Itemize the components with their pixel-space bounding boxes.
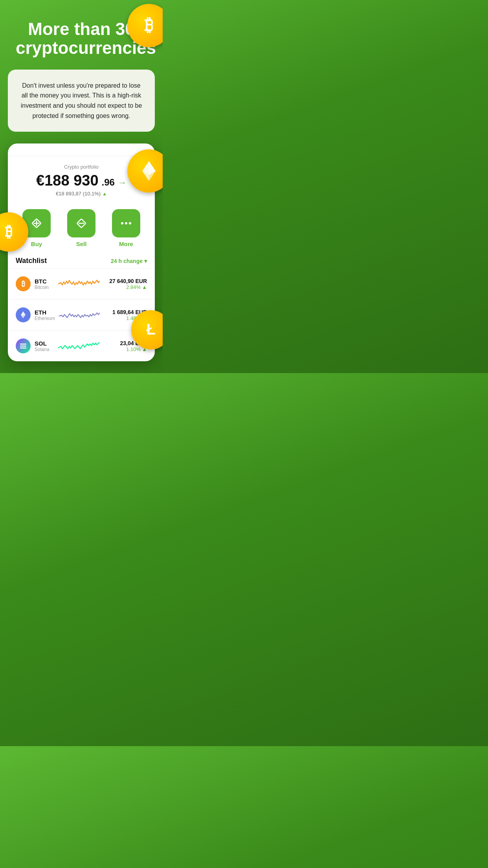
btc-price-info: 27 640,90 EUR 2.84% ▲ — [104, 278, 147, 290]
svg-point-12 — [121, 222, 123, 224]
sol-icon — [16, 338, 31, 353]
btc-up-icon: ▲ — [142, 284, 147, 290]
svg-text:₿: ₿ — [5, 223, 13, 240]
buy-label: Buy — [31, 241, 42, 247]
sell-action[interactable]: Sell — [67, 209, 95, 247]
btc-icon: ₿ — [16, 276, 31, 291]
watchlist-title: Watchlist — [16, 257, 47, 265]
btc-price: 27 640,90 EUR — [104, 278, 147, 284]
btc-name: Bitcoin — [35, 285, 54, 290]
card-top-bar — [8, 143, 155, 156]
page-wrapper: ₿ More than 30 cryptocurrencies Don't in… — [0, 8, 163, 373]
btc-info: BTC Bitcoin — [35, 278, 54, 290]
svg-rect-20 — [20, 348, 26, 349]
svg-point-13 — [125, 222, 127, 224]
more-icon — [112, 209, 140, 237]
portfolio-amount-main: €188 930 — [36, 172, 99, 189]
eth-chart — [59, 305, 100, 325]
warning-box: Don't invest unless you're prepared to l… — [8, 70, 155, 132]
sell-label: Sell — [76, 241, 87, 247]
svg-point-14 — [129, 222, 131, 224]
btc-chart — [58, 274, 100, 294]
btc-symbol: BTC — [35, 278, 54, 285]
more-label: More — [119, 241, 133, 247]
action-buttons: Buy Sell More — [8, 203, 155, 250]
sol-info: SOL Solana — [35, 340, 54, 352]
svg-rect-19 — [20, 346, 26, 347]
eth-symbol: ETH — [35, 309, 55, 316]
eth-info: ETH Ethereum — [35, 309, 55, 321]
portfolio-arrow-icon[interactable]: → — [118, 178, 127, 188]
more-action[interactable]: More — [112, 209, 140, 247]
btc-change: 2.84% ▲ — [104, 284, 147, 290]
svg-marker-5 — [149, 161, 156, 175]
sol-name: Solana — [35, 347, 54, 352]
portfolio-amount-decimal: .96 — [102, 177, 115, 188]
watchlist-filter[interactable]: 24 h change ▾ — [111, 258, 147, 264]
crypto-row-btc[interactable]: ₿ BTC Bitcoin 27 640,90 EUR 2.84% ▲ — [8, 268, 155, 299]
eth-name: Ethereum — [35, 316, 55, 321]
sell-icon — [67, 209, 95, 237]
svg-text:Ł: Ł — [146, 321, 155, 338]
sol-chart — [58, 336, 100, 356]
sol-symbol: SOL — [35, 340, 54, 347]
chevron-down-icon: ▾ — [144, 258, 147, 264]
svg-text:₿: ₿ — [145, 15, 153, 35]
portfolio-change: €18 893,87 (10,1%) ▲ — [16, 191, 147, 197]
svg-rect-18 — [20, 344, 26, 345]
sol-change: 1.10% ▲ — [104, 346, 147, 352]
portfolio-up-arrow: ▲ — [102, 191, 107, 197]
eth-icon — [16, 307, 31, 322]
watchlist-header: Watchlist 24 h change ▾ — [8, 250, 155, 268]
